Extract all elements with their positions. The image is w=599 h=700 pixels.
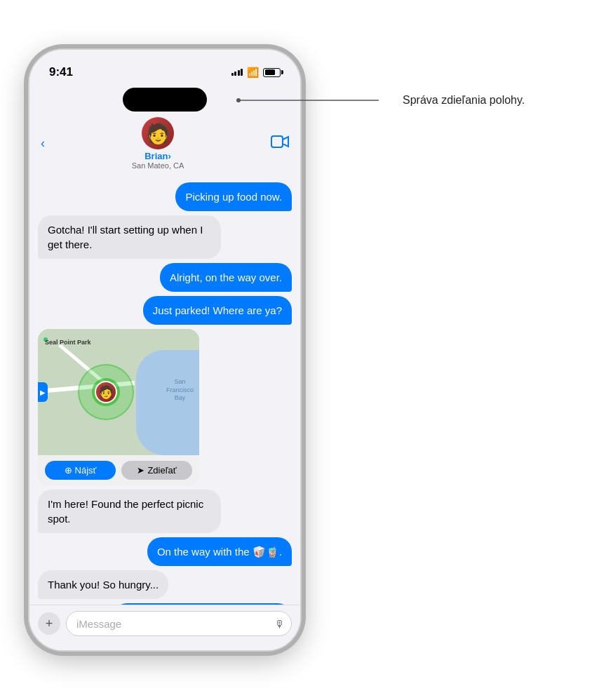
- message-bubble[interactable]: Thank you! So hungry...: [38, 570, 168, 599]
- map-park-label: Seal Point Park: [45, 339, 91, 346]
- header: ‹ 🧑 Brian › San Mateo, CA: [29, 112, 300, 177]
- input-bar: + iMessage 🎙: [29, 605, 300, 650]
- message-bubble[interactable]: Picking up food now.: [175, 182, 292, 211]
- map-bay-label: San Francisco Bay: [166, 378, 194, 403]
- message-bubble[interactable]: Alright, on the way over.: [160, 263, 292, 292]
- annotation-text: Správa zdieľania polohy.: [403, 94, 525, 107]
- annotation-line-svg: [238, 90, 400, 111]
- message-row: Seal Point Park San Francisco Bay 🧑 ▶: [38, 329, 292, 485]
- svg-rect-0: [271, 136, 283, 147]
- message-row: Thank you! So hungry...: [38, 570, 292, 599]
- dynamic-island: [123, 88, 207, 112]
- status-time: 9:41: [49, 65, 73, 79]
- share-icon: ➤: [137, 465, 144, 476]
- message-row: Picking up food now.: [38, 182, 292, 211]
- message-row: I'm here! Found the perfect picnic spot.: [38, 490, 292, 533]
- back-button[interactable]: ‹: [41, 136, 45, 151]
- wifi-icon: 📶: [247, 67, 259, 78]
- message-row: Gotcha! I'll start setting up when I get…: [38, 215, 292, 259]
- add-button[interactable]: +: [38, 612, 60, 635]
- status-icons: 📶: [231, 67, 281, 78]
- svg-point-2: [236, 98, 241, 102]
- message-row: Just parked! Where are ya?: [38, 296, 292, 325]
- video-call-button[interactable]: [271, 135, 289, 153]
- find-icon: ⊕: [65, 465, 72, 476]
- message-bubble[interactable]: Just parked! Where are ya?: [143, 296, 292, 325]
- signal-icon: [231, 69, 243, 76]
- map-arrow-indicator: ▶: [38, 382, 48, 402]
- message-bubble[interactable]: On the way with the 🥡🧋.: [147, 537, 292, 566]
- share-location-button[interactable]: ➤ Zdieľať: [121, 461, 192, 480]
- map-view: Seal Point Park San Francisco Bay 🧑 ▶: [38, 329, 199, 455]
- plus-icon: +: [46, 617, 53, 631]
- contact-name-arrow: ›: [168, 151, 170, 161]
- input-wrapper: iMessage 🎙: [66, 611, 292, 636]
- message-bubble[interactable]: I'm here! Found the perfect picnic spot.: [38, 490, 221, 533]
- messages-area: Picking up food now. Gotcha! I'll start …: [29, 177, 300, 605]
- avatar-pin: 🧑: [95, 381, 117, 403]
- status-bar: 9:41 📶: [29, 50, 300, 85]
- map-buttons: ⊕ Nájsť ➤ Zdieľať: [38, 455, 199, 485]
- avatar: 🧑: [142, 117, 174, 149]
- annotation-container: Správa zdieľania polohy.: [238, 90, 525, 111]
- message-row: Alright, on the way over.: [38, 263, 292, 292]
- find-label: Nájsť: [75, 465, 97, 476]
- chevron-left-icon: ‹: [41, 136, 45, 151]
- mic-icon[interactable]: 🎙: [274, 618, 285, 630]
- map-bubble[interactable]: Seal Point Park San Francisco Bay 🧑 ▶: [38, 329, 199, 485]
- contact-name: Brian: [144, 151, 168, 161]
- phone-frame: 9:41 📶 ‹ 🧑: [28, 48, 302, 652]
- message-row: On the way with the 🥡🧋.: [38, 537, 292, 566]
- phone-screen: 9:41 📶 ‹ 🧑: [29, 50, 300, 650]
- contact-header[interactable]: 🧑 Brian › San Mateo, CA: [132, 117, 184, 170]
- battery-icon: [263, 68, 281, 77]
- share-label: Zdieľať: [147, 465, 176, 476]
- location-dot: 🧑: [92, 378, 120, 406]
- contact-location: San Mateo, CA: [132, 161, 184, 170]
- find-button[interactable]: ⊕ Nájsť: [45, 461, 116, 480]
- message-bubble[interactable]: Gotcha! I'll start setting up when I get…: [38, 215, 221, 259]
